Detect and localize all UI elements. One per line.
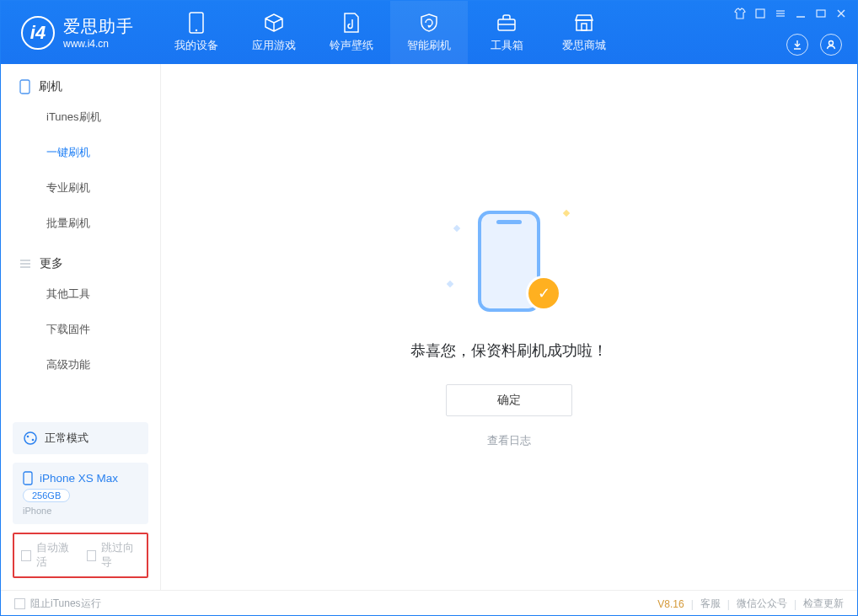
success-visual: ✓ [454, 206, 564, 315]
mode-label: 正常模式 [45, 431, 88, 446]
device-name-row: iPhone XS Max [23, 471, 138, 485]
success-message: 恭喜您，保资料刷机成功啦！ [410, 340, 608, 361]
device-phone-icon [23, 471, 33, 485]
main-nav: 我的设备 应用游戏 铃声壁纸 智能刷机 工具箱 爱思商城 [158, 1, 623, 64]
support-link[interactable]: 客服 [700, 597, 721, 611]
mode-icon [23, 431, 38, 446]
svg-rect-5 [582, 24, 587, 30]
checkbox-label: 阻止iTunes运行 [30, 597, 101, 611]
sidebar: 刷机 iTunes刷机 一键刷机 专业刷机 批量刷机 更多 其他工具 下载固件 … [1, 64, 161, 590]
cube-icon [263, 12, 285, 34]
svg-point-14 [829, 41, 834, 46]
svg-point-1 [196, 29, 197, 31]
nav-label: 铃声壁纸 [330, 38, 373, 53]
section-title: 更多 [40, 256, 63, 271]
download-button[interactable] [786, 34, 808, 56]
checkbox-label: 跳过向导 [101, 541, 140, 570]
svg-point-20 [27, 436, 29, 438]
checkbox-icon [87, 550, 97, 561]
phone-small-icon [19, 79, 30, 94]
svg-rect-11 [817, 10, 825, 17]
checkbox-label: 自动激活 [36, 541, 75, 570]
sidebar-section-more: 更多 [1, 241, 160, 276]
sidebar-bottom: 正常模式 iPhone XS Max 256GB iPhone 自动激活 跳过向… [1, 414, 160, 590]
spark-icon [453, 225, 460, 232]
device-icon [185, 12, 207, 34]
logo-area: i4 爱思助手 www.i4.cn [1, 1, 149, 64]
nav-toolbox[interactable]: 工具箱 [468, 1, 545, 64]
footer-right: V8.16 | 客服 | 微信公众号 | 检查更新 [657, 597, 844, 611]
user-button[interactable] [820, 34, 842, 56]
shirt-icon[interactable] [734, 8, 746, 19]
window-controls [734, 8, 847, 19]
sidebar-item-itunes-flash[interactable]: iTunes刷机 [1, 99, 160, 135]
wechat-link[interactable]: 微信公众号 [737, 597, 787, 611]
app-body: 刷机 iTunes刷机 一键刷机 专业刷机 批量刷机 更多 其他工具 下载固件 … [1, 64, 857, 590]
refresh-shield-icon [418, 12, 440, 34]
check-update-link[interactable]: 检查更新 [803, 597, 844, 611]
list-icon [19, 258, 31, 270]
sidebar-section-flash: 刷机 [1, 64, 160, 99]
device-name: iPhone XS Max [40, 472, 118, 485]
nav-apps-games[interactable]: 应用游戏 [235, 1, 313, 64]
header-action-circles [786, 34, 842, 56]
app-subtitle: www.i4.cn [63, 38, 134, 50]
nav-label: 智能刷机 [407, 38, 451, 53]
skip-wizard-checkbox[interactable]: 跳过向导 [87, 541, 141, 570]
version-label: V8.16 [657, 598, 684, 610]
nav-label: 爱思商城 [562, 38, 606, 53]
svg-rect-15 [20, 80, 29, 94]
nav-label: 我的设备 [174, 38, 218, 53]
mode-card[interactable]: 正常模式 [13, 422, 148, 454]
sidebar-item-one-click-flash[interactable]: 一键刷机 [1, 135, 160, 170]
highlighted-checkbox-row: 自动激活 跳过向导 [13, 533, 148, 578]
sidebar-item-download-firmware[interactable]: 下载固件 [1, 312, 160, 347]
device-capacity: 256GB [23, 489, 70, 502]
nav-label: 工具箱 [491, 38, 523, 53]
checkbox-icon [21, 550, 31, 561]
success-check-badge-icon: ✓ [528, 278, 559, 308]
block-itunes-checkbox[interactable]: 阻止iTunes运行 [14, 597, 101, 611]
checkbox-icon [14, 598, 25, 609]
nav-label: 应用游戏 [252, 38, 296, 53]
logo-icon: i4 [21, 16, 55, 50]
lock-icon[interactable] [754, 8, 766, 19]
device-type: iPhone [23, 506, 138, 516]
footer-left: 阻止iTunes运行 [14, 597, 101, 611]
close-button[interactable] [835, 8, 847, 19]
section-title: 刷机 [39, 79, 62, 94]
sidebar-item-advanced[interactable]: 高级功能 [1, 347, 160, 383]
maximize-button[interactable] [815, 8, 827, 19]
nav-smart-flash[interactable]: 智能刷机 [390, 1, 468, 64]
nav-my-device[interactable]: 我的设备 [158, 1, 235, 64]
svg-rect-22 [24, 472, 32, 485]
app-title: 爱思助手 [63, 15, 134, 38]
svg-point-19 [24, 432, 36, 444]
toolbox-icon [496, 12, 517, 34]
svg-rect-6 [756, 9, 764, 18]
main-content: ✓ 恭喜您，保资料刷机成功啦！ 确定 查看日志 [161, 64, 857, 590]
svg-point-21 [32, 439, 35, 442]
device-card[interactable]: iPhone XS Max 256GB iPhone [13, 463, 148, 524]
store-icon [573, 12, 595, 34]
nav-store[interactable]: 爱思商城 [545, 1, 623, 64]
nav-ringtone-wallpaper[interactable]: 铃声壁纸 [313, 1, 390, 64]
sidebar-item-other-tools[interactable]: 其他工具 [1, 276, 160, 312]
auto-activate-checkbox[interactable]: 自动激活 [21, 541, 75, 570]
sidebar-item-batch-flash[interactable]: 批量刷机 [1, 206, 160, 241]
menu-icon[interactable] [775, 8, 786, 19]
status-bar: 阻止iTunes运行 V8.16 | 客服 | 微信公众号 | 检查更新 [1, 590, 857, 616]
spark-icon [563, 210, 570, 217]
spark-icon [447, 281, 453, 287]
ok-button[interactable]: 确定 [446, 384, 572, 416]
app-header: i4 爱思助手 www.i4.cn 我的设备 应用游戏 铃声壁纸 智能刷机 工具… [1, 1, 857, 64]
minimize-button[interactable] [795, 8, 807, 19]
view-log-link[interactable]: 查看日志 [487, 433, 531, 448]
sidebar-item-pro-flash[interactable]: 专业刷机 [1, 170, 160, 206]
music-file-icon [341, 12, 362, 34]
logo-text: 爱思助手 www.i4.cn [63, 15, 134, 50]
svg-rect-4 [576, 20, 592, 30]
